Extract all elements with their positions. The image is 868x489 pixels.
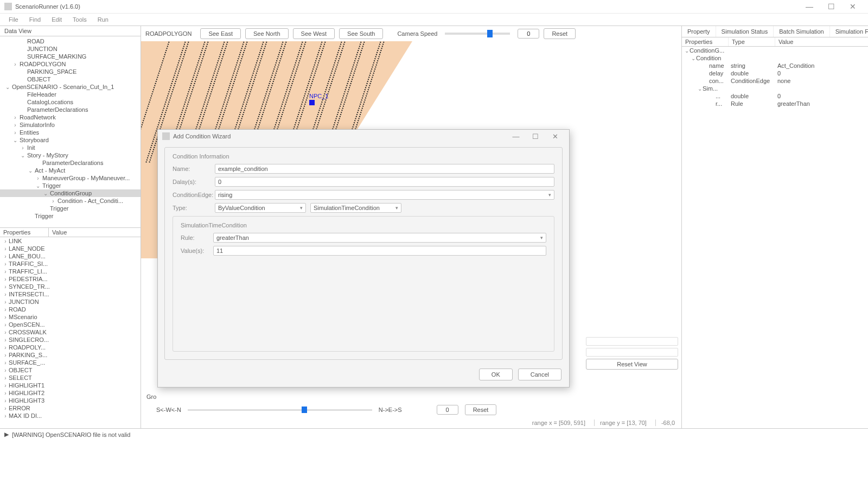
prop-item[interactable]: › CROSSWALK (0, 328, 141, 336)
tree-item[interactable]: JUNCTION (0, 45, 141, 53)
right-props-body[interactable]: ⌄ConditionG...⌄ConditionnamestringAct_Co… (682, 47, 868, 428)
modal-maximize-button[interactable]: ☐ (526, 132, 545, 141)
tab-simulation-f[interactable]: Simulation F (830, 26, 868, 37)
chevron-down-icon[interactable]: ⌄ (691, 55, 696, 61)
name-input[interactable]: example_condition (215, 164, 554, 174)
right-prop-row[interactable]: namestringAct_Condition (682, 62, 868, 69)
chevron-right-icon[interactable]: › (2, 253, 9, 259)
chevron-down-icon[interactable]: ⌄ (684, 48, 690, 54)
chevron-right-icon[interactable]: › (2, 238, 9, 244)
type-condition-select[interactable]: SimulationTimeCondition▾ (310, 203, 401, 213)
tree-item[interactable]: Trigger (0, 212, 141, 220)
chevron-right-icon[interactable]: › (12, 115, 18, 120)
chevron-right-icon[interactable]: › (2, 299, 9, 305)
chevron-right-icon[interactable]: › (2, 375, 9, 381)
tab-simulation-status[interactable]: Simulation Status (716, 26, 774, 37)
chevron-right-icon[interactable]: › (2, 291, 9, 297)
prop-item[interactable]: › HIGHLIGHT2 (0, 389, 141, 397)
chevron-right-icon[interactable]: › (2, 307, 9, 313)
ok-button[interactable]: OK (479, 369, 513, 380)
orient-value[interactable]: 0 (437, 405, 458, 415)
chevron-right-icon[interactable]: › (2, 360, 9, 366)
prop-item[interactable]: › INTERSECTI... (0, 290, 141, 298)
chevron-down-icon[interactable]: ⌄ (4, 84, 11, 90)
chevron-down-icon[interactable]: ⌄ (20, 153, 26, 158)
prop-item[interactable]: › PEDESTRIA... (0, 275, 141, 283)
tree-item[interactable]: ›RoadNetwork (0, 113, 141, 121)
prop-item[interactable]: › JUNCTION (0, 298, 141, 306)
chevron-right-icon[interactable]: › (2, 383, 9, 389)
chevron-down-icon[interactable]: ⌄ (35, 183, 41, 189)
see-east-button[interactable]: See East (200, 28, 241, 39)
prop-item[interactable]: › OBJECT (0, 366, 141, 374)
tree-item[interactable]: SURFACE_MARKING (0, 53, 141, 60)
tree-item[interactable]: ⌄Storyboard (0, 136, 141, 144)
right-prop-row[interactable]: ⌄Condition (682, 54, 868, 62)
delay-input[interactable]: 0 (215, 177, 554, 187)
orient-reset-button[interactable]: Reset (465, 404, 497, 415)
play-icon[interactable]: ▶ (4, 431, 9, 438)
chevron-right-icon[interactable]: › (50, 198, 56, 204)
prop-item[interactable]: › MScenario (0, 313, 141, 321)
chevron-right-icon[interactable]: › (2, 405, 9, 411)
tree-item[interactable]: ParameterDeclarations (0, 106, 141, 113)
chevron-down-icon[interactable]: ⌄ (42, 190, 49, 196)
minimize-button[interactable]: — (799, 0, 820, 13)
chevron-right-icon[interactable]: › (2, 269, 9, 275)
menu-tools[interactable]: Tools (67, 15, 92, 24)
chevron-right-icon[interactable]: › (12, 122, 18, 128)
tree-item[interactable]: ⌄Trigger (0, 182, 141, 189)
prop-item[interactable]: › SELECT (0, 374, 141, 382)
tree-item[interactable]: ›ManeuverGroup - MyManeuver... (0, 174, 141, 182)
prop-item[interactable]: › TRAFFIC_SI... (0, 260, 141, 268)
tree-item[interactable]: FileHeader (0, 91, 141, 98)
prop-item[interactable]: › LINK (0, 237, 141, 245)
props-list[interactable]: › LINK› LANE_NODE› LANE_BOU...› TRAFFIC_… (0, 237, 141, 426)
right-prop-row[interactable]: ⌄ConditionG... (682, 47, 868, 54)
modal-close-button[interactable]: ✕ (545, 132, 565, 141)
chevron-down-icon[interactable]: ⌄ (27, 168, 34, 174)
chevron-right-icon[interactable]: › (12, 130, 18, 136)
menu-run[interactable]: Run (92, 15, 114, 24)
modal-title-bar[interactable]: Add Condition Wizard — ☐ ✕ (158, 130, 569, 143)
tree-item[interactable]: PARKING_SPACE (0, 68, 141, 75)
chevron-right-icon[interactable]: › (2, 322, 9, 328)
prop-item[interactable]: › LANE_NODE (0, 245, 141, 252)
values-input[interactable]: 11 (213, 246, 546, 256)
tree-item[interactable]: ⌄OpenSCENARIO - Scenario_Cut_In_1 (0, 83, 141, 91)
prop-item[interactable]: › OpenSCEN... (0, 321, 141, 328)
right-prop-row[interactable]: con...ConditionEdgenone (682, 77, 868, 85)
chevron-right-icon[interactable]: › (2, 329, 9, 335)
camera-speed-value[interactable]: 0 (518, 29, 539, 39)
tree-item[interactable]: OBJECT (0, 75, 141, 83)
chevron-right-icon[interactable]: › (2, 284, 9, 290)
prop-item[interactable]: › SYNCED_TR... (0, 283, 141, 290)
menu-edit[interactable]: Edit (46, 15, 67, 24)
chevron-right-icon[interactable]: › (20, 145, 26, 151)
chevron-right-icon[interactable]: › (2, 367, 9, 373)
chevron-right-icon[interactable]: › (2, 261, 9, 267)
menu-find[interactable]: Find (24, 15, 46, 24)
npc-marker[interactable] (309, 100, 315, 105)
tree-item[interactable]: ⌄ConditionGroup (0, 189, 141, 197)
right-prop-row[interactable]: delaydouble0 (682, 69, 868, 77)
cancel-button[interactable]: Cancel (518, 369, 561, 380)
prop-item[interactable]: › PARKING_S... (0, 351, 141, 359)
right-prop-row[interactable]: ⌄Sim... (682, 85, 868, 92)
tree-item[interactable]: ›Condition - Act_Conditi... (0, 197, 141, 205)
maximize-button[interactable]: ☐ (820, 0, 842, 13)
tree-item[interactable]: ⌄Act - MyAct (0, 167, 141, 174)
tree-item[interactable]: ⌄Story - MyStory (0, 151, 141, 159)
chevron-right-icon[interactable]: › (2, 246, 9, 252)
chevron-right-icon[interactable]: › (35, 175, 41, 181)
orient-slider[interactable] (188, 409, 372, 411)
tree-item[interactable]: ParameterDeclarations (0, 159, 141, 167)
chevron-right-icon[interactable]: › (2, 390, 9, 396)
tree-item[interactable]: ›ROADPOLYGON (0, 60, 141, 68)
right-prop-row[interactable]: r...RulegreaterThan (682, 100, 868, 107)
close-button[interactable]: ✕ (842, 0, 864, 13)
tree-item[interactable]: ›Entities (0, 129, 141, 136)
prop-item[interactable]: › SINGLECRO... (0, 336, 141, 344)
reset-view-button[interactable]: Reset View (586, 359, 678, 370)
chevron-right-icon[interactable]: › (12, 61, 18, 67)
